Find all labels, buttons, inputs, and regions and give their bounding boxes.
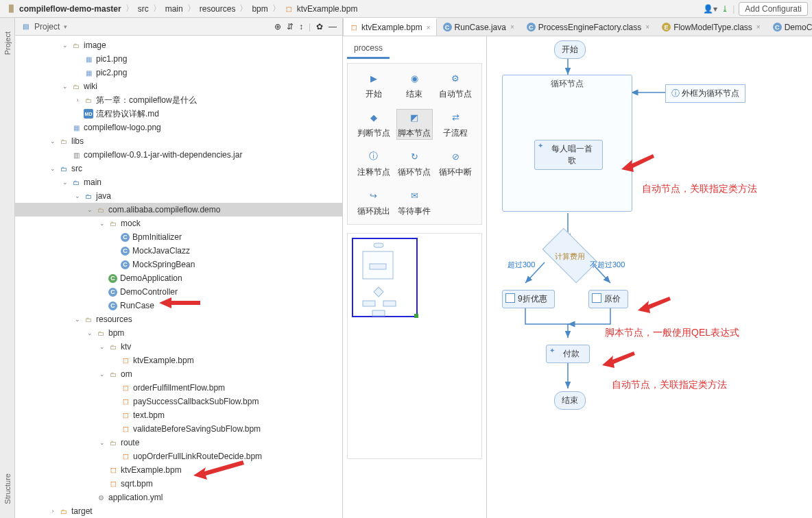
- editor-tab[interactable]: CRunCase.java×: [437, 18, 521, 36]
- palette-header[interactable]: process: [347, 39, 390, 59]
- palette-item[interactable]: ⓘ注释节点: [356, 149, 392, 178]
- collapse-icon[interactable]: ⇵: [287, 22, 294, 32]
- annotation-auto1: 自动节点，关联指定类方法: [642, 183, 757, 195]
- flow-sing-node[interactable]: 每人唱一首歌: [534, 140, 603, 170]
- svg-rect-7: [383, 301, 396, 306]
- tree-node[interactable]: ⬚orderFulfillmentFlow.bpm: [15, 381, 342, 395]
- tree-node[interactable]: ⌄🗀bpm: [15, 326, 342, 340]
- svg-rect-2: [374, 243, 383, 247]
- folder-icon: ▉: [7, 4, 16, 14]
- minimize-icon[interactable]: —: [329, 22, 337, 32]
- tree-node[interactable]: ⚙application.yml: [15, 491, 342, 504]
- palette-item[interactable]: ↪循环跳出: [356, 188, 392, 217]
- flow-info-node[interactable]: ⓘ 外框为循环节点: [665, 84, 745, 103]
- project-tree[interactable]: ⌄🗀image▦pic1.png▦pic2.png⌄🗀wiki›🗀第一章：com…: [15, 36, 342, 518]
- tree-node[interactable]: ▦compileflow-logo.png: [15, 121, 342, 134]
- editor-tab[interactable]: CDemoC×: [767, 18, 812, 36]
- flow-canvas[interactable]: 开始 - 循环节点 每人唱一首歌 ⓘ 外框为循环节点 计算费用 超过300 不超…: [487, 36, 812, 518]
- tree-node[interactable]: ⌄🗀om: [15, 367, 342, 381]
- flow-end[interactable]: 结束: [554, 391, 586, 410]
- tree-node[interactable]: CDemoApplication: [15, 271, 342, 285]
- run-icon[interactable]: ⤓: [721, 4, 728, 14]
- loop-label: 循环节点: [503, 78, 632, 90]
- svg-marker-11: [602, 352, 635, 368]
- gear-icon[interactable]: ✿: [316, 22, 323, 32]
- palette-item[interactable]: ⇄子流程: [438, 110, 473, 139]
- flow-pay[interactable]: 付款: [546, 345, 590, 363]
- tree-node[interactable]: ⌄🗀src: [15, 162, 342, 175]
- tree-node[interactable]: ⌄🗀route: [15, 436, 342, 449]
- tree-node[interactable]: CRunCase: [15, 299, 342, 312]
- minimap[interactable]: [347, 233, 482, 459]
- flow-decision[interactable]: 计算费用: [542, 228, 598, 284]
- tree-node[interactable]: ›🗀第一章：compileflow是什么: [15, 93, 342, 107]
- palette-item[interactable]: ⊘循环中断: [438, 149, 473, 178]
- edge-gt300: 超过300: [508, 260, 535, 270]
- project-dropdown[interactable]: ▾: [64, 23, 67, 30]
- tree-node[interactable]: ⌄🗀image: [15, 38, 342, 52]
- svg-rect-5: [374, 287, 383, 297]
- tree-node[interactable]: ⬚ktvExample.bpm: [15, 354, 342, 367]
- tree-node[interactable]: ⬚paySuccessCallbackSubFlow.bpm: [15, 395, 342, 408]
- structure-tool[interactable]: Structure: [3, 473, 12, 504]
- flow-loop-container[interactable]: 循环节点 每人唱一首歌: [502, 75, 632, 212]
- project-title: Project: [34, 22, 60, 32]
- tree-node[interactable]: ⬚ktvExample.bpm: [15, 463, 342, 477]
- target-icon[interactable]: ⊕: [274, 22, 281, 32]
- annotation-script: 脚本节点，一般使用QEL表达式: [605, 327, 739, 339]
- add-config-button[interactable]: Add Configurati: [739, 2, 808, 16]
- editor-tab[interactable]: CProcessEngineFactory.class×: [521, 18, 656, 36]
- annotation-auto2: 自动节点，关联指定类方法: [612, 379, 727, 391]
- editor-tabs: ⬚ktvExample.bpm×CRunCase.java×CProcessEn…: [343, 18, 812, 36]
- project-icon: ▤: [21, 22, 30, 32]
- tree-node[interactable]: ⌄🗀main: [15, 175, 342, 189]
- project-panel: ▤ Project ▾ ⊕ ⇵ ↕ | ✿ — ⌄🗀image▦pic1.png…: [15, 18, 343, 518]
- svg-rect-4: [370, 264, 386, 269]
- palette-item[interactable]: ▶开始: [356, 71, 392, 100]
- breadcrumb-bar: ▉ compileflow-demo-master〉 src〉 main〉 re…: [0, 0, 812, 18]
- palette-item[interactable]: ✉等待事件: [397, 188, 433, 217]
- tree-node[interactable]: ⌄🗀libs: [15, 134, 342, 148]
- breadcrumb[interactable]: ▉ compileflow-demo-master〉 src〉 main〉 re…: [4, 3, 360, 14]
- tree-node[interactable]: ⌄🗀resources: [15, 312, 342, 326]
- sort-icon[interactable]: ↕: [299, 22, 303, 32]
- svg-marker-10: [638, 297, 671, 313]
- tree-node[interactable]: ›🗀target: [15, 504, 342, 518]
- edge-lte300: 不超过300: [590, 260, 625, 270]
- flow-original[interactable]: 原价: [588, 290, 628, 308]
- tree-node[interactable]: CDemoController: [15, 285, 342, 299]
- palette-item[interactable]: ◩脚本节点: [397, 110, 433, 139]
- tree-node[interactable]: ▦pic2.png: [15, 66, 342, 79]
- tool-sidebar: Project Structure: [0, 18, 15, 518]
- bpm-icon: ⬚: [285, 4, 294, 14]
- project-tool[interactable]: Project: [3, 32, 12, 55]
- tree-node[interactable]: ⬚text.bpm: [15, 408, 342, 422]
- flow-start[interactable]: 开始: [554, 40, 586, 59]
- tree-node[interactable]: ⬚validateBeforeSavingSubFlow.bpm: [15, 422, 342, 436]
- palette-item[interactable]: ↻循环节点: [397, 149, 433, 178]
- svg-rect-8: [372, 310, 385, 316]
- tree-node[interactable]: ⌄🗀com.alibaba.compileflow.demo: [15, 203, 342, 217]
- palette-item[interactable]: ◆判断节点: [356, 110, 392, 139]
- editor-area: ⬚ktvExample.bpm×CRunCase.java×CProcessEn…: [343, 18, 812, 518]
- tree-node[interactable]: ⌄🗀mock: [15, 217, 342, 230]
- tree-node[interactable]: ⌄🗀java: [15, 189, 342, 203]
- tree-node[interactable]: ▥compileflow-0.9.1-jar-with-dependencies…: [15, 148, 342, 162]
- tree-node[interactable]: CMockSpringBean: [15, 258, 342, 271]
- palette-panel: process ▶开始◉结束⚙自动节点◆判断节点◩脚本节点⇄子流程ⓘ注释节点↻循…: [343, 36, 487, 518]
- tree-node[interactable]: ▦pic1.png: [15, 52, 342, 66]
- editor-tab[interactable]: EFlowModelType.class×: [656, 18, 767, 36]
- user-icon[interactable]: 👤▾: [703, 4, 717, 14]
- editor-tab[interactable]: ⬚ktvExample.bpm×: [343, 18, 437, 36]
- palette-item[interactable]: ⚙自动节点: [438, 71, 473, 100]
- tree-node[interactable]: ⌄🗀wiki: [15, 79, 342, 93]
- palette-item[interactable]: ◉结束: [397, 71, 433, 100]
- flow-discount[interactable]: 9折优惠: [502, 290, 555, 308]
- svg-rect-6: [363, 301, 375, 306]
- tree-node[interactable]: ⬚uopOrderFullLinkRouteDecide.bpm: [15, 449, 342, 463]
- tree-node[interactable]: ⌄🗀ktv: [15, 340, 342, 354]
- tree-node[interactable]: CBpmInitializer: [15, 230, 342, 244]
- tree-node[interactable]: CMockJavaClazz: [15, 244, 342, 258]
- tree-node[interactable]: ⬚sqrt.bpm: [15, 477, 342, 491]
- tree-node[interactable]: MD流程协议详解.md: [15, 107, 342, 121]
